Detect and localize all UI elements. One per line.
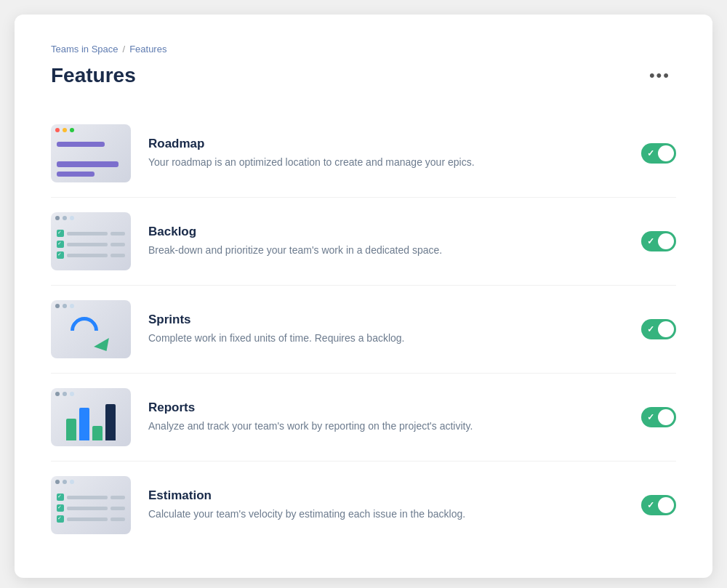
- backlog-line-2: [67, 243, 108, 246]
- estimation-line-3: [67, 517, 108, 521]
- estimation-row-1: [57, 494, 125, 501]
- backlog-line-3b: [111, 254, 125, 257]
- feature-info-estimation: Estimation Calculate your team's velocit…: [148, 488, 624, 522]
- sprint-icon: [69, 315, 113, 352]
- more-menu-button[interactable]: •••: [643, 63, 676, 88]
- roadmap-bar-2: [57, 161, 119, 166]
- feature-name-backlog: Backlog: [148, 225, 624, 239]
- backlog-rows: [57, 230, 125, 259]
- feature-thumbnail-estimation: [51, 476, 131, 534]
- feature-thumbnail-roadmap: [51, 124, 131, 182]
- report-bar-1: [66, 419, 76, 440]
- feature-desc-backlog: Break-down and prioritize your team's wo…: [148, 243, 624, 258]
- breadcrumb-separator: /: [123, 44, 126, 55]
- toggle-check-roadmap: ✓: [647, 148, 654, 158]
- feature-desc-reports: Analyze and track your team's work by re…: [148, 419, 624, 434]
- estimation-line-2: [67, 507, 108, 510]
- backlog-line-2b: [111, 243, 125, 246]
- estimation-row-2: [57, 504, 125, 512]
- feature-info-backlog: Backlog Break-down and prioritize your t…: [148, 225, 624, 258]
- main-window: Teams in Space / Features Features ••• R…: [15, 15, 712, 578]
- estimation-row-3: [57, 515, 125, 523]
- backlog-checkbox-1: [57, 230, 64, 237]
- estimation-checkbox-3: [57, 515, 64, 523]
- roadmap-bar-1: [57, 142, 105, 147]
- feature-thumbnail-sprints: [51, 300, 131, 358]
- feature-item-estimation: Estimation Calculate your team's velocit…: [51, 462, 676, 549]
- toggle-sprints[interactable]: ✓: [641, 319, 676, 339]
- feature-list: Roadmap Your roadmap is an optimized loc…: [51, 110, 676, 549]
- backlog-line-3: [67, 254, 108, 257]
- feature-info-roadmap: Roadmap Your roadmap is an optimized loc…: [148, 137, 624, 170]
- feature-info-reports: Reports Analyze and track your team's wo…: [148, 400, 624, 434]
- toggle-check-sprints: ✓: [647, 324, 654, 334]
- feature-item-sprints: Sprints Complete work in fixed units of …: [51, 286, 676, 374]
- feature-name-estimation: Estimation: [148, 488, 624, 503]
- feature-item-backlog: Backlog Break-down and prioritize your t…: [51, 198, 676, 286]
- toggle-roadmap[interactable]: ✓: [641, 143, 676, 164]
- estimation-rows: [57, 494, 125, 523]
- estimation-checkbox-2: [57, 504, 64, 512]
- report-bar-2: [79, 408, 89, 440]
- feature-desc-estimation: Calculate your team's velocity by estima…: [148, 507, 624, 522]
- breadcrumb-home[interactable]: Teams in Space: [51, 44, 119, 55]
- toggle-check-estimation: ✓: [647, 500, 654, 510]
- estimation-line-1: [67, 496, 108, 499]
- feature-item-roadmap: Roadmap Your roadmap is an optimized loc…: [51, 110, 676, 198]
- toggle-check-reports: ✓: [647, 412, 654, 422]
- backlog-row-1: [57, 230, 125, 237]
- backlog-line-1b: [111, 232, 125, 235]
- feature-item-reports: Reports Analyze and track your team's wo…: [51, 374, 676, 462]
- feature-thumbnail-reports: [51, 388, 131, 446]
- toggle-estimation[interactable]: ✓: [641, 495, 676, 515]
- report-bar-3: [92, 426, 103, 440]
- backlog-line-1: [67, 232, 108, 235]
- toggle-backlog[interactable]: ✓: [641, 231, 676, 251]
- roadmap-bar-3: [57, 172, 95, 177]
- feature-name-reports: Reports: [148, 400, 624, 415]
- sprint-arrow-icon: [94, 338, 114, 355]
- feature-desc-sprints: Complete work in fixed units of time. Re…: [148, 331, 624, 346]
- toggle-check-backlog: ✓: [647, 236, 654, 246]
- toggle-reports[interactable]: ✓: [641, 407, 676, 427]
- backlog-row-3: [57, 251, 125, 259]
- feature-desc-roadmap: Your roadmap is an optimized location to…: [148, 155, 624, 170]
- backlog-checkbox-2: [57, 241, 64, 248]
- estimation-line-2b: [111, 507, 125, 510]
- report-bar-4: [105, 404, 116, 440]
- backlog-row-2: [57, 241, 125, 248]
- feature-thumbnail-backlog: [51, 212, 131, 270]
- estimation-line-3b: [111, 517, 125, 521]
- estimation-checkbox-1: [57, 494, 64, 501]
- feature-name-roadmap: Roadmap: [148, 137, 624, 151]
- breadcrumb: Teams in Space / Features: [51, 44, 676, 55]
- page-header: Features •••: [51, 63, 676, 88]
- page-title: Features: [51, 64, 136, 87]
- estimation-line-1b: [111, 496, 125, 499]
- breadcrumb-current: Features: [129, 44, 166, 55]
- feature-name-sprints: Sprints: [148, 313, 624, 327]
- backlog-checkbox-3: [57, 251, 64, 259]
- feature-info-sprints: Sprints Complete work in fixed units of …: [148, 313, 624, 346]
